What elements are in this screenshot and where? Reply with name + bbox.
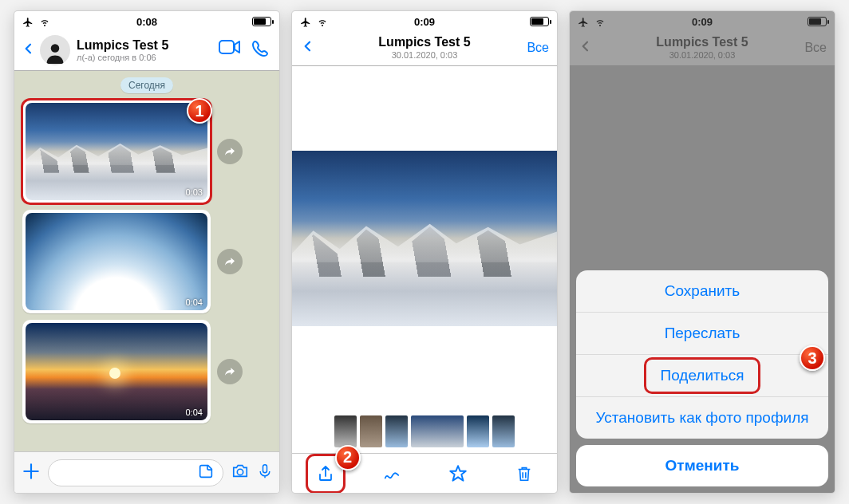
share-button[interactable]: 2	[308, 456, 343, 491]
avatar[interactable]	[40, 35, 70, 65]
voice-call-button[interactable]	[251, 39, 270, 61]
svg-point-2	[237, 469, 243, 474]
star-button[interactable]	[440, 456, 476, 491]
message-image-2[interactable]: 0:04	[22, 210, 211, 313]
thumb[interactable]	[492, 415, 515, 447]
back-button[interactable]	[19, 36, 38, 65]
screenshot-1-chat: 0:08 Lumpics Test 5 л(-а) сегодня в 0:06	[14, 11, 279, 493]
callout-badge-1: 1	[187, 98, 212, 124]
forward-button[interactable]	[217, 249, 243, 274]
viewed-image[interactable]	[292, 151, 557, 326]
action-share-label: Поделиться	[661, 367, 744, 384]
status-time: 0:09	[414, 16, 435, 28]
date-separator: Сегодня	[120, 77, 173, 93]
sticker-button[interactable]	[197, 463, 215, 483]
callout-badge-2: 2	[335, 445, 361, 471]
chat-header: Lumpics Test 5 л(-а) сегодня в 0:06	[14, 32, 279, 71]
thumb[interactable]	[385, 415, 408, 447]
status-time: 0:08	[136, 16, 157, 28]
action-sheet-overlay[interactable]: Сохранить Переслать Поделиться 3 Установ…	[570, 11, 835, 493]
attach-button[interactable]	[21, 461, 41, 485]
thumb-selected[interactable]	[411, 415, 464, 447]
chat-body[interactable]: Сегодня 0:03 1 0:04 0	[14, 71, 279, 451]
action-forward[interactable]: Переслать	[576, 312, 828, 354]
screenshot-2-media-viewer: 0:09 Lumpics Test 5 30.01.2020, 0:03 Все	[292, 11, 557, 493]
message-input[interactable]	[48, 459, 223, 486]
media-toolbar: 2	[292, 453, 557, 493]
battery-icon	[530, 17, 549, 26]
forward-button[interactable]	[217, 139, 243, 164]
action-save[interactable]: Сохранить	[576, 270, 828, 312]
media-header: Lumpics Test 5 30.01.2020, 0:03 Все	[292, 32, 557, 66]
thumb[interactable]	[467, 415, 489, 447]
svg-rect-1	[219, 41, 234, 53]
action-set-profile-photo[interactable]: Установить как фото профиля	[576, 396, 828, 439]
draw-button[interactable]	[374, 456, 409, 491]
battery-icon	[252, 17, 271, 26]
message-image-1[interactable]: 0:03 1	[22, 100, 211, 203]
mic-button[interactable]	[257, 461, 273, 485]
status-bar: 0:08	[14, 11, 279, 32]
screenshot-3-action-sheet: 0:09 Lumpics Test 5 30.01.2020, 0:03 Все…	[570, 11, 835, 493]
status-bar: 0:09	[292, 11, 557, 32]
message-time: 0:03	[186, 187, 203, 197]
chat-title[interactable]: Lumpics Test 5	[77, 38, 219, 53]
svg-rect-3	[263, 464, 267, 472]
image-viewer[interactable]	[292, 66, 557, 410]
svg-point-0	[51, 44, 60, 53]
video-call-button[interactable]	[219, 39, 241, 61]
thumb[interactable]	[360, 415, 382, 447]
last-seen: л(-а) сегодня в 0:06	[77, 53, 219, 62]
chat-input-bar	[14, 451, 279, 493]
thumbnail-strip[interactable]	[292, 410, 557, 453]
media-title: Lumpics Test 5	[292, 35, 557, 49]
action-share[interactable]: Поделиться 3	[576, 354, 828, 396]
thumb[interactable]	[334, 415, 357, 447]
forward-button[interactable]	[217, 359, 243, 384]
message-time: 0:04	[186, 297, 203, 307]
callout-badge-3: 3	[800, 345, 825, 371]
image-thumbnail[interactable]: 0:04	[26, 213, 207, 310]
action-cancel[interactable]: Отменить	[576, 445, 828, 486]
media-subtitle: 30.01.2020, 0:03	[292, 50, 557, 61]
delete-button[interactable]	[507, 456, 542, 491]
image-thumbnail[interactable]: 0:03	[26, 103, 207, 200]
action-sheet: Сохранить Переслать Поделиться 3 Установ…	[576, 270, 828, 486]
message-time: 0:04	[186, 408, 203, 417]
camera-button[interactable]	[230, 463, 251, 483]
image-thumbnail[interactable]: 0:04	[26, 323, 207, 420]
message-image-3[interactable]: 0:04	[22, 320, 211, 423]
